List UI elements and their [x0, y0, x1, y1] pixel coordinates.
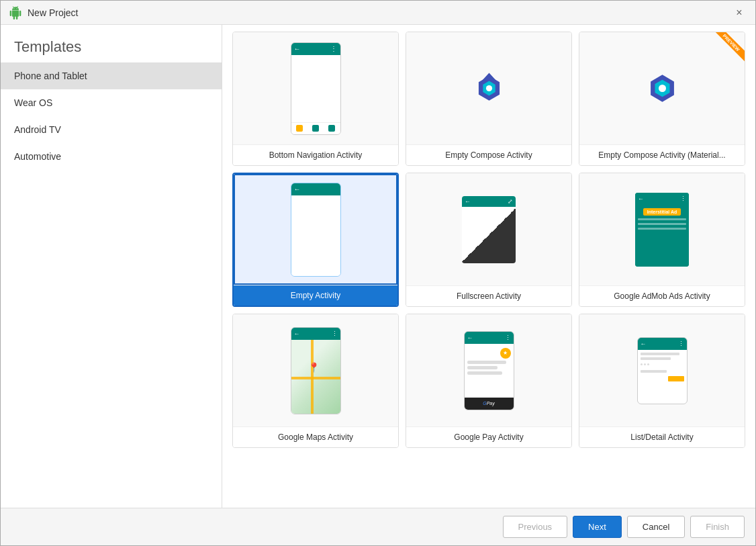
- card-label-empty-compose: Empty Compose Activity: [406, 144, 571, 165]
- gpay-line1: [467, 361, 507, 364]
- new-project-dialog: New Project × Templates Phone and Tablet…: [0, 0, 756, 546]
- ad-line1: [638, 218, 686, 220]
- android-icon: [9, 6, 22, 19]
- gpay-dots: ⋮: [505, 334, 511, 341]
- gpay-line2: [467, 366, 498, 369]
- card-label-admob: Google AdMob Ads Activity: [579, 285, 745, 306]
- card-preview-map: ← ⋮ 📍: [233, 314, 398, 426]
- bnav-item-green: [312, 125, 319, 132]
- map-pin: 📍: [308, 362, 320, 373]
- gpay-star: ★: [500, 348, 511, 359]
- card-preview-fullscreen: ← ⤢: [406, 173, 571, 285]
- map-dots: ⋮: [332, 330, 338, 337]
- cancel-button[interactable]: Cancel: [627, 516, 685, 538]
- gpay-logo-bar: G Pay: [465, 398, 514, 410]
- title-bar: New Project ×: [1, 1, 755, 25]
- ld-line3: [641, 370, 667, 373]
- templates-grid: ← ⋮ Bottom Navigation Activity: [222, 25, 755, 508]
- card-preview-gpay: ← ⋮ ★ G Pay: [406, 314, 571, 426]
- template-card-listdetail[interactable]: ← ⋮ List/Det: [579, 314, 745, 448]
- ld-dots-row: [641, 363, 684, 365]
- admob-dots: ⋮: [680, 195, 686, 202]
- map-road-v: [311, 340, 314, 414]
- title-bar-left: New Project: [9, 6, 78, 19]
- sidebar-item-android-tv[interactable]: Android TV: [1, 116, 222, 143]
- next-button[interactable]: Next: [573, 516, 622, 538]
- template-card-fullscreen[interactable]: ← ⤢ Fullscreen Activity: [406, 173, 572, 307]
- fs-expand-icon: ⤢: [508, 198, 513, 205]
- ld-line1: [641, 353, 680, 355]
- template-card-empty-activity[interactable]: ← Empty Activity: [232, 173, 399, 307]
- sidebar-header: Templates: [1, 25, 222, 62]
- sidebar-item-wear-os[interactable]: Wear OS: [1, 89, 222, 116]
- sidebar-item-phone-tablet[interactable]: Phone and Tablet: [1, 62, 222, 89]
- ad-line2: [638, 223, 686, 225]
- compose-material-icon: [644, 70, 681, 107]
- dialog-title: New Project: [28, 7, 78, 18]
- template-card-admob[interactable]: ← ⋮ Interstitial Ad Google AdMob Ads Act…: [579, 173, 745, 307]
- template-card-map[interactable]: ← ⋮ 📍 Google Maps Activity: [232, 314, 399, 448]
- admob-back: ←: [638, 195, 644, 202]
- phone-back-arrow-empty: ←: [294, 185, 301, 193]
- finish-button[interactable]: Finish: [690, 516, 745, 538]
- card-label-map: Google Maps Activity: [233, 426, 398, 447]
- template-card-bottom-nav[interactable]: ← ⋮ Bottom Navigation Activity: [232, 32, 399, 166]
- ld-dots: ⋮: [678, 340, 684, 347]
- card-preview-compose-material: [579, 32, 745, 144]
- card-preview-bottom-nav: ← ⋮: [233, 32, 398, 144]
- ld-back: ←: [641, 340, 647, 347]
- map-back: ←: [294, 330, 300, 337]
- footer: Previous Next Cancel Finish: [1, 508, 755, 545]
- previous-button[interactable]: Previous: [503, 516, 568, 538]
- phone-dots: ⋮: [330, 45, 338, 52]
- template-card-gpay[interactable]: ← ⋮ ★ G Pay: [406, 314, 572, 448]
- map-road-h: [291, 377, 340, 379]
- fs-diagonal: [462, 207, 516, 263]
- phone-back-arrow: ←: [294, 45, 301, 52]
- card-label-fullscreen: Fullscreen Activity: [406, 285, 571, 306]
- card-label-compose-material: Empty Compose Activity (Material...: [579, 144, 745, 165]
- close-button[interactable]: ×: [731, 5, 747, 21]
- compose-icon: [471, 70, 508, 107]
- bnav-item-yellow: [296, 125, 303, 132]
- svg-point-8: [659, 85, 666, 92]
- preview-badge: [711, 32, 745, 66]
- card-label-empty-activity: Empty Activity: [234, 285, 397, 306]
- gpay-line3: [467, 371, 502, 375]
- card-preview-admob: ← ⋮ Interstitial Ad: [579, 173, 745, 285]
- bnav-item-green2: [328, 125, 335, 132]
- card-preview-empty-compose: [406, 32, 571, 144]
- svg-point-5: [485, 85, 491, 91]
- template-card-empty-compose[interactable]: Empty Compose Activity: [406, 32, 572, 166]
- card-label-gpay: Google Pay Activity: [406, 426, 571, 447]
- gpay-back: ←: [467, 334, 473, 341]
- card-label-listdetail: List/Detail Activity: [579, 426, 745, 447]
- card-preview-listdetail: ← ⋮: [579, 314, 745, 426]
- template-card-compose-material[interactable]: Empty Compose Activity (Material...: [579, 32, 745, 166]
- main-content: Templates Phone and Tablet Wear OS Andro…: [1, 25, 755, 508]
- sidebar-item-automotive[interactable]: Automotive: [1, 143, 222, 170]
- ld-action-btn: [668, 376, 684, 381]
- interstitial-ad-label: Interstitial Ad: [643, 208, 681, 216]
- ld-line2: [641, 357, 671, 360]
- card-label-bottom-nav: Bottom Navigation Activity: [233, 144, 398, 165]
- card-preview-empty-activity: ←: [234, 174, 397, 285]
- ad-line3: [638, 228, 686, 230]
- gpay-pay-text: Pay: [487, 401, 495, 406]
- sidebar: Templates Phone and Tablet Wear OS Andro…: [1, 25, 222, 508]
- fs-back: ←: [465, 198, 471, 205]
